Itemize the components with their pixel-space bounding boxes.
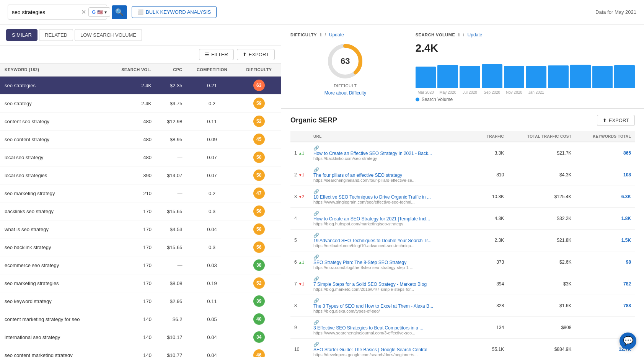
kw-total-cell: 782 <box>575 273 635 295</box>
table-row[interactable]: ecommerce seo strategy 170 — 0.03 38 <box>0 256 281 274</box>
comp-cell: 0.05 <box>187 310 237 328</box>
arrow-down-icon: ▼2 <box>298 195 304 199</box>
filter-icon: ☰ <box>205 52 209 57</box>
tab-similar[interactable]: SIMILAR <box>6 29 37 41</box>
diff-badge: 38 <box>253 259 265 271</box>
col-search-vol[interactable]: SEARCH VOL. <box>106 64 156 76</box>
serp-url-link[interactable]: 19 Advanced SEO Techniques to Double You… <box>313 238 436 243</box>
diff-badge: 52 <box>253 116 265 127</box>
serp-row[interactable]: 5 🔗19 Advanced SEO Techniques to Double … <box>290 230 635 251</box>
rank-cell: 8 <box>290 295 310 317</box>
col-keyword: KEYWORD (182) <box>0 64 106 76</box>
filter-button[interactable]: ☰ FILTER <box>199 49 234 60</box>
table-row[interactable]: content marketing strategy for seo 140 $… <box>0 310 281 328</box>
comp-cell: 0.2 <box>187 95 237 112</box>
rank-number: 10 <box>294 347 299 352</box>
serp-url-link[interactable]: The four pillars of an effective SEO str… <box>313 173 436 178</box>
search-button[interactable]: 🔍 <box>112 5 127 19</box>
comp-cell: 0.04 <box>187 346 237 357</box>
rank-cell: 4 <box>290 208 310 230</box>
comp-cell: 0.03 <box>187 256 237 274</box>
cpc-cell: — <box>156 184 187 202</box>
table-row[interactable]: seo content strategy 480 $8.95 0.09 45 <box>0 130 281 148</box>
search-volume-update-link[interactable]: Update <box>468 32 483 37</box>
traffic-cell: 328 <box>475 295 508 317</box>
serp-url-link[interactable]: 10 Effective SEO Techniques to Drive Org… <box>313 194 436 200</box>
kw-link[interactable]: 865 <box>623 150 631 156</box>
kw-link[interactable]: 788 <box>623 303 631 308</box>
traffic-cell: 394 <box>475 273 508 295</box>
serp-row[interactable]: 3 ▼2 🔗10 Effective SEO Techniques to Dri… <box>290 186 635 208</box>
kw-link[interactable]: 1.5K <box>621 238 631 243</box>
table-row[interactable]: seo backlink strategy 170 $15.65 0.3 56 <box>0 238 281 256</box>
serp-url-link[interactable]: How to Create an Effective SEO Strategy … <box>313 151 436 156</box>
google-badge[interactable]: G 🇺🇸 ▾ <box>88 7 110 17</box>
tab-related[interactable]: RELATED <box>39 29 73 41</box>
kw-total-cell: 865 <box>575 142 635 164</box>
url-cell: 🔗19 Advanced SEO Techniques to Double Yo… <box>310 230 475 251</box>
search-input[interactable] <box>12 9 79 15</box>
serp-export-button[interactable]: ⬆ EXPORT <box>597 115 635 126</box>
serp-url-link[interactable]: 7 Simple Steps for a Solid SEO Strategy … <box>313 282 436 287</box>
clear-icon[interactable]: ✕ <box>81 8 86 16</box>
serp-url-sub: https://www.singlegrain.com/seo/effectiv… <box>313 200 436 204</box>
kw-link[interactable]: 98 <box>626 259 631 265</box>
export-button[interactable]: ⬆ EXPORT <box>237 49 275 60</box>
vol-cell: 390 <box>106 166 156 184</box>
serp-row[interactable]: 4 🔗How to Create an SEO Strategy for 202… <box>290 208 635 230</box>
vol-cell: 170 <box>106 202 156 220</box>
chat-button[interactable]: 💬 <box>620 333 636 349</box>
serp-row[interactable]: 10 🔗SEO Starter Guide: The Basics | Goog… <box>290 339 635 357</box>
traffic-cell: 810 <box>475 164 508 186</box>
table-row[interactable]: seo strategies 2.4K $2.35 0.21 63 <box>0 76 281 95</box>
bar-item <box>437 65 458 88</box>
table-row[interactable]: seo keyword strategy 170 $2.95 0.11 39 <box>0 292 281 310</box>
difficulty-block: DIFFICULTY ℹ / Update 63 DIFFICULT More … <box>290 32 400 102</box>
kw-link[interactable]: 6.3K <box>621 194 631 199</box>
serp-row[interactable]: 8 🔗The 3 Types of SEO and How to Excel a… <box>290 295 635 317</box>
table-row[interactable]: seo marketing strategy 210 — 0.2 47 <box>0 184 281 202</box>
external-link-icon: 🔗 <box>313 233 319 238</box>
vol-cell: 170 <box>106 220 156 238</box>
serp-url-link[interactable]: SEO Strategy Plan: The 8-Step SEO Strate… <box>313 260 436 265</box>
kw-link[interactable]: 108 <box>623 172 631 178</box>
table-row[interactable]: local seo strategy 480 — 0.07 50 <box>0 148 281 166</box>
tab-low-search-volume[interactable]: LOW SEARCH VOLUME <box>75 29 142 41</box>
table-row[interactable]: seo content marketing strategy 140 $10.7… <box>0 346 281 357</box>
serp-row[interactable]: 6 ▲1 🔗SEO Strategy Plan: The 8-Step SEO … <box>290 251 635 273</box>
chart-legend: Search Volume <box>416 97 635 102</box>
serp-url-link[interactable]: The 3 Types of SEO and How to Excel at T… <box>313 303 436 309</box>
kw-link[interactable]: 1.8K <box>621 216 631 221</box>
table-row[interactable]: backlinks seo strategy 170 $15.65 0.3 56 <box>0 202 281 220</box>
table-row[interactable]: what is seo strategy 170 $4.53 0.04 58 <box>0 220 281 238</box>
table-row[interactable]: international seo strategy 140 $10.17 0.… <box>0 328 281 346</box>
bar-labels: Mar 2020May 2020Jul 2020Sep 2020Nov 2020… <box>416 90 635 95</box>
url-cell: 🔗The 3 Types of SEO and How to Excel at … <box>310 295 475 317</box>
more-about-difficulty-link[interactable]: More about Difficulty <box>324 90 366 96</box>
table-row[interactable]: seo marketing strategies 170 $8.08 0.19 … <box>0 274 281 292</box>
bar-item <box>548 65 569 88</box>
bar-label-item <box>614 90 635 95</box>
serp-url-sub: https://searchengineland.com/four-pillar… <box>313 178 436 183</box>
serp-row[interactable]: 9 🔗3 Effective SEO Strategies to Beat Co… <box>290 317 635 339</box>
legend-label: Search Volume <box>422 97 453 102</box>
serp-row[interactable]: 7 ▼1 🔗7 Simple Steps for a Solid SEO Str… <box>290 273 635 295</box>
bulk-keyword-button[interactable]: ⬜ BULK KEYWORD ANALYSIS <box>132 6 217 18</box>
keyword-cell: seo marketing strategies <box>0 274 106 292</box>
serp-url-link[interactable]: 3 Effective SEO Strategies to Beat Compe… <box>313 325 436 331</box>
serp-table: URL TRAFFIC TOTAL TRAFFIC COST KEYWORDS … <box>290 131 635 357</box>
total-cost-cell: $125.4K <box>508 186 575 208</box>
diff-cell: 52 <box>237 112 281 130</box>
traffic-cell: 10.3K <box>475 186 508 208</box>
table-row[interactable]: seo strategy 2.4K $9.75 0.2 59 <box>0 95 281 112</box>
external-link-icon: 🔗 <box>313 167 319 173</box>
serp-row[interactable]: 1 ▲1 🔗How to Create an Effective SEO Str… <box>290 142 635 164</box>
difficulty-update-link[interactable]: Update <box>329 32 344 37</box>
cpc-cell: $6.2 <box>156 310 187 328</box>
table-row[interactable]: content seo strategy 480 $12.98 0.11 52 <box>0 112 281 130</box>
table-row[interactable]: local seo strategies 390 $14.07 0.07 50 <box>0 166 281 184</box>
serp-row[interactable]: 2 ▼1 🔗The four pillars of an effective S… <box>290 164 635 186</box>
kw-link[interactable]: 782 <box>623 281 631 287</box>
serp-url-link[interactable]: How to Create an SEO Strategy for 2021 [… <box>313 216 436 222</box>
serp-url-link[interactable]: SEO Starter Guide: The Basics | Google S… <box>313 347 436 352</box>
